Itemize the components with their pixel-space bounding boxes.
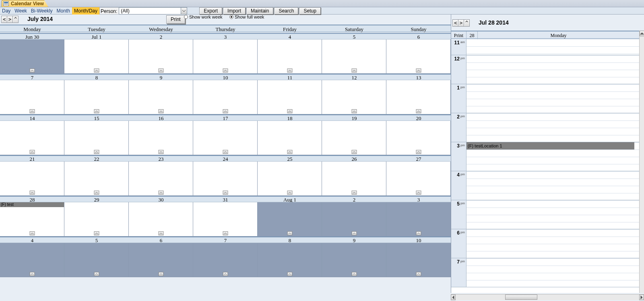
expand-icon[interactable] [287,150,292,154]
expand-icon[interactable] [416,231,421,235]
scroll-left-icon[interactable] [451,295,456,300]
day-cell[interactable] [386,39,451,74]
day-cell[interactable] [386,202,451,237]
day-cell[interactable] [129,162,193,196]
expand-icon[interactable] [29,231,35,235]
day-cell[interactable] [258,162,322,196]
day-print-button[interactable]: Print [451,31,466,39]
day-cell[interactable] [193,162,258,196]
day-cell[interactable] [129,243,193,277]
expand-icon[interactable] [223,69,228,73]
day-cell[interactable] [0,80,64,114]
day-cell[interactable] [258,39,322,74]
day-cell[interactable] [0,243,64,277]
expand-icon[interactable] [416,69,421,73]
view-month[interactable]: Month [55,7,72,15]
view-day[interactable]: Day [0,7,12,15]
expand-icon[interactable] [94,109,99,113]
day-cell[interactable] [386,80,451,114]
expand-icon[interactable] [287,109,292,113]
day-cell[interactable] [129,202,193,237]
expand-icon[interactable] [351,191,357,195]
hour-slot[interactable] [466,258,639,287]
expand-icon[interactable] [223,231,228,235]
day-cell[interactable] [64,121,129,155]
scroll-thumb[interactable] [505,295,537,300]
expand-icon[interactable] [287,69,292,73]
person-select[interactable]: (All) [119,7,187,15]
day-cell[interactable] [386,162,451,196]
export-button[interactable]: Export [199,7,222,15]
day-cell[interactable] [129,39,193,74]
expand-icon[interactable] [29,272,35,276]
day-cell[interactable] [0,162,64,196]
search-button[interactable]: Search [274,7,298,15]
view-biweekly[interactable]: Bi-Weekly [29,7,55,15]
expand-icon[interactable] [94,231,99,235]
setup-button[interactable]: Setup [299,7,320,15]
expand-icon[interactable] [158,231,163,235]
day-cell[interactable] [193,39,258,74]
expand-icon[interactable] [94,69,99,73]
day-cell[interactable] [129,121,193,155]
day-cell[interactable] [64,243,129,277]
expand-icon[interactable] [158,150,163,154]
horizontal-scrollbar[interactable] [451,294,644,300]
day-cell[interactable] [64,39,129,74]
day-cell[interactable] [64,162,129,196]
expand-icon[interactable] [351,69,357,73]
scroll-up-icon[interactable] [640,31,644,36]
hour-slot[interactable] [466,200,639,229]
hour-slot[interactable] [466,55,639,84]
hour-slot[interactable] [466,39,639,55]
day-cell[interactable] [322,162,386,196]
expand-icon[interactable] [416,109,421,113]
hour-slot[interactable] [466,229,639,258]
import-button[interactable]: Import [223,7,246,15]
day-cell[interactable] [64,202,129,237]
month-nav-today[interactable]: ^ [12,16,19,23]
day-cell[interactable] [258,243,322,277]
expand-icon[interactable] [29,191,35,195]
expand-icon[interactable] [158,109,163,113]
expand-icon[interactable] [223,272,228,276]
expand-icon[interactable] [29,69,35,73]
expand-icon[interactable] [94,150,99,154]
expand-icon[interactable] [158,69,163,73]
day-cell[interactable] [0,39,64,74]
day-cell[interactable] [322,80,386,114]
tab-calendar-view[interactable]: Calendar View [2,0,48,7]
day-event[interactable]: (F) testLocation 1 [466,142,634,149]
expand-icon[interactable] [416,191,421,195]
view-monthday[interactable]: Month/Day [72,7,99,15]
day-cell[interactable] [386,243,451,277]
expand-icon[interactable] [29,150,35,154]
expand-icon[interactable] [223,150,228,154]
day-cell[interactable] [193,243,258,277]
expand-icon[interactable] [158,191,163,195]
expand-icon[interactable] [287,191,292,195]
radio-work-week[interactable]: Show work week [184,15,223,19]
expand-icon[interactable] [351,231,357,235]
day-cell[interactable] [193,121,258,155]
day-cell[interactable] [129,80,193,114]
hour-slot[interactable] [466,113,639,142]
hour-slot[interactable] [466,84,639,113]
expand-icon[interactable] [94,191,99,195]
day-cell[interactable] [322,39,386,74]
view-week[interactable]: Week [12,7,29,15]
expand-icon[interactable] [223,109,228,113]
expand-icon[interactable] [29,109,35,113]
expand-icon[interactable] [351,109,357,113]
day-cell[interactable] [193,202,258,237]
day-cell[interactable]: (F) test [0,202,64,237]
vertical-scrollbar[interactable] [639,31,644,293]
expand-icon[interactable] [287,272,292,276]
scroll-right-icon[interactable] [639,295,644,300]
month-print-button[interactable]: Print [166,15,185,24]
day-cell[interactable] [258,202,322,237]
day-cell[interactable] [0,121,64,155]
expand-icon[interactable] [223,191,228,195]
expand-icon[interactable] [158,272,163,276]
day-nav-prev[interactable]: < [452,19,458,27]
